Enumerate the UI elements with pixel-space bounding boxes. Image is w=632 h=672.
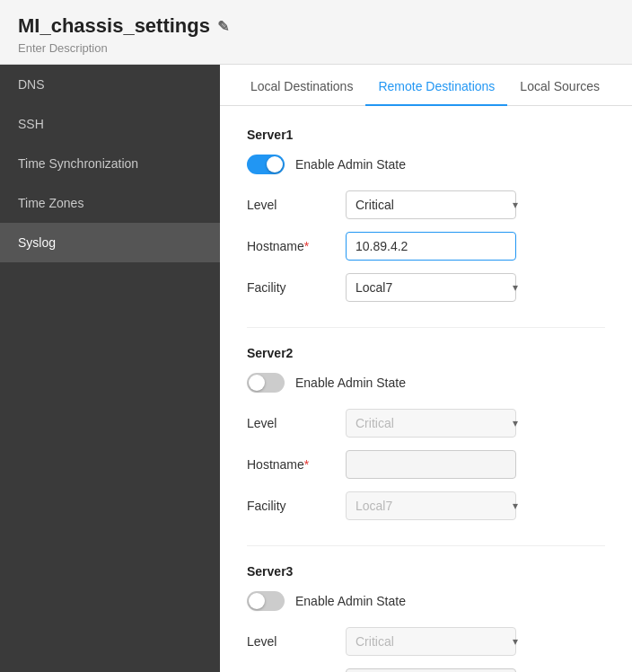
content-area: Server1 Enable Admin State Level Critica… <box>220 106 632 672</box>
server3-level-select: Critical <box>346 627 516 656</box>
server2-level-row: Level Critical ▾ <box>247 409 605 438</box>
server1-level-label: Level <box>247 198 346 212</box>
server2-toggle-thumb <box>249 375 265 391</box>
server3-title: Server3 <box>247 564 605 579</box>
server1-hostname-wrapper <box>346 232 525 261</box>
server3-level-wrapper: Critical ▾ <box>346 627 525 656</box>
server1-level-select[interactable]: Critical Error Warning Notice Info Debug <box>346 190 516 219</box>
server3-toggle[interactable] <box>247 591 285 611</box>
tab-remote-destinations[interactable]: Remote Destinations <box>365 65 507 106</box>
server2-facility-wrapper: Local7 ▾ <box>346 491 525 520</box>
server1-toggle-row: Enable Admin State <box>247 155 605 174</box>
tab-bar: Local Destinations Remote Destinations L… <box>220 65 632 106</box>
sidebar-item-time-zones[interactable]: Time Zones <box>0 183 220 223</box>
page-title-row: MI_chassis_settings ✎ <box>18 14 614 38</box>
server3-hostname-wrapper <box>346 668 525 672</box>
server1-toggle-thumb <box>267 156 283 172</box>
server1-level-row: Level Critical Error Warning Notice Info… <box>247 190 605 219</box>
server2-toggle-row: Enable Admin State <box>247 373 605 393</box>
sidebar-item-ssh[interactable]: SSH <box>0 104 220 144</box>
server2-toggle-label: Enable Admin State <box>295 376 406 390</box>
server3-level-label: Level <box>247 634 346 649</box>
server2-hostname-label: Hostname* <box>247 457 346 472</box>
server1-toggle-label: Enable Admin State <box>295 157 406 172</box>
server3-toggle-row: Enable Admin State <box>247 591 605 611</box>
server1-hostname-row: Hostname* <box>247 232 605 261</box>
server2-title: Server2 <box>247 346 605 360</box>
server1-facility-select[interactable]: Local0Local1Local2 Local3Local4Local5 Lo… <box>346 273 516 302</box>
server1-facility-wrapper: Local0Local1Local2 Local3Local4Local5 Lo… <box>346 273 525 302</box>
server2-hostname-required: * <box>304 457 309 472</box>
main-content: Local Destinations Remote Destinations L… <box>220 65 632 672</box>
server3-section: Server3 Enable Admin State Level Critica… <box>247 564 605 672</box>
divider-2 <box>247 545 605 546</box>
server2-facility-select: Local7 <box>346 491 516 520</box>
server2-hostname-row: Hostname* <box>247 450 605 479</box>
server2-hostname-input <box>346 450 516 479</box>
edit-icon[interactable]: ✎ <box>217 18 229 35</box>
main-layout: DNS SSH Time Synchronization Time Zones … <box>0 65 632 672</box>
server1-level-wrapper: Critical Error Warning Notice Info Debug… <box>346 190 525 219</box>
page-title: MI_chassis_settings <box>18 14 210 38</box>
server1-facility-row: Facility Local0Local1Local2 Local3Local4… <box>247 273 605 302</box>
server1-title: Server1 <box>247 128 605 142</box>
server1-hostname-label: Hostname* <box>247 239 346 253</box>
server3-hostname-input <box>346 668 516 672</box>
server2-hostname-wrapper <box>346 450 525 479</box>
sidebar-item-time-synchronization[interactable]: Time Synchronization <box>0 144 220 183</box>
server2-level-label: Level <box>247 416 346 430</box>
server2-facility-label: Facility <box>247 499 346 513</box>
divider-1 <box>247 327 605 328</box>
server1-facility-label: Facility <box>247 280 346 295</box>
sidebar: DNS SSH Time Synchronization Time Zones … <box>0 65 220 672</box>
server1-hostname-input[interactable] <box>346 232 516 261</box>
sidebar-item-syslog[interactable]: Syslog <box>0 223 220 262</box>
sidebar-item-dns[interactable]: DNS <box>0 65 220 104</box>
server2-level-select: Critical <box>346 409 516 438</box>
server2-toggle[interactable] <box>247 373 285 393</box>
server3-level-row: Level Critical ▾ <box>247 627 605 656</box>
server1-toggle[interactable] <box>247 155 285 174</box>
page-subtitle: Enter Description <box>18 41 614 55</box>
server3-hostname-row: Hostname* <box>247 668 605 672</box>
page-header: MI_chassis_settings ✎ Enter Description <box>0 0 632 65</box>
tab-local-destinations[interactable]: Local Destinations <box>238 65 365 106</box>
server3-toggle-label: Enable Admin State <box>295 594 406 608</box>
server1-hostname-required: * <box>304 239 309 253</box>
server2-facility-row: Facility Local7 ▾ <box>247 491 605 520</box>
tab-local-sources[interactable]: Local Sources <box>507 65 612 106</box>
server3-toggle-thumb <box>249 593 265 609</box>
server2-level-wrapper: Critical ▾ <box>346 409 525 438</box>
server2-section: Server2 Enable Admin State Level Critica… <box>247 346 605 520</box>
server1-section: Server1 Enable Admin State Level Critica… <box>247 128 605 302</box>
